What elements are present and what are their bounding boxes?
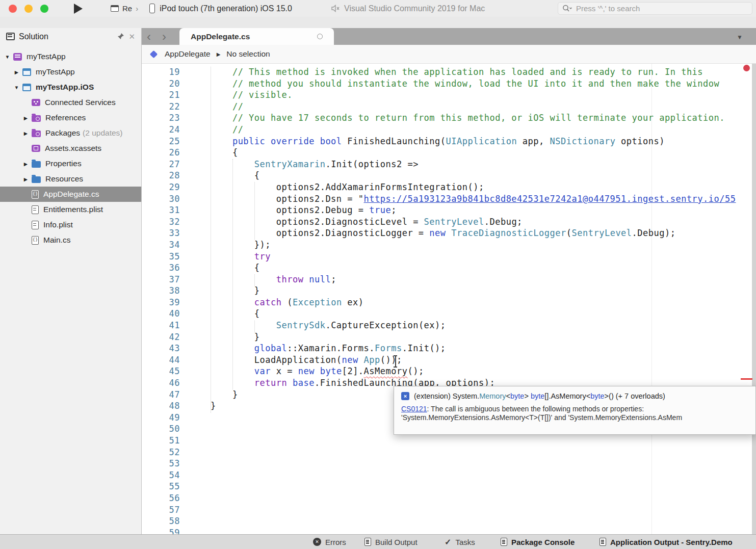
tree-item-resources[interactable]: ▶Resources <box>0 171 141 187</box>
code-line-59[interactable]: 59 <box>142 528 756 534</box>
statusbar-item-package-console[interactable]: Package Console <box>501 535 575 549</box>
code-line-58[interactable]: 58 <box>142 516 756 528</box>
line-number[interactable]: 49 <box>142 412 180 424</box>
code-line-40[interactable]: 40 { <box>142 308 756 320</box>
code-line-38[interactable]: 38 } <box>142 285 756 297</box>
line-number[interactable]: 45 <box>142 366 180 378</box>
line-number[interactable]: 44 <box>142 355 180 367</box>
line-number[interactable]: 37 <box>142 274 180 286</box>
pin-icon[interactable] <box>117 33 124 40</box>
code-line-52[interactable]: 52 <box>142 447 756 459</box>
line-number[interactable]: 47 <box>142 389 180 401</box>
statusbar-item-application-output-sentry-demo[interactable]: Application Output - Sentry.Demo <box>599 535 733 549</box>
line-number[interactable]: 39 <box>142 297 180 309</box>
code-line-26[interactable]: 26 { <box>142 147 756 159</box>
code-line-39[interactable]: 39 catch (Exception ex) <box>142 297 756 309</box>
tree-item-main-cs[interactable]: Main.cs <box>0 232 141 248</box>
line-number[interactable]: 21 <box>142 90 180 101</box>
code-line-54[interactable]: 54 <box>142 470 756 482</box>
line-number[interactable]: 55 <box>142 481 180 493</box>
navigate-forward-button[interactable]: › <box>162 30 166 44</box>
tree-item-mytestapp[interactable]: ▶myTestApp <box>0 64 141 80</box>
code-line-31[interactable]: 31 options2.Debug = true; <box>142 205 756 217</box>
tree-item-references[interactable]: ▶References <box>0 110 141 125</box>
zoom-window-button[interactable] <box>40 5 48 13</box>
run-configuration-selector[interactable]: Re › <box>111 4 138 13</box>
tab-modified-indicator[interactable] <box>317 34 323 39</box>
line-number[interactable]: 43 <box>142 343 180 355</box>
code-line-27[interactable]: 27 SentryXamarin.Init(options2 => <box>142 159 756 171</box>
close-panel-icon[interactable]: ✕ <box>128 32 135 41</box>
error-code-link[interactable]: CS0121 <box>401 405 427 413</box>
code-line-35[interactable]: 35 try <box>142 251 756 263</box>
code-line-53[interactable]: 53 <box>142 458 756 470</box>
line-number[interactable]: 28 <box>142 170 180 182</box>
navigate-back-button[interactable]: ‹ <box>147 30 151 44</box>
line-number[interactable]: 50 <box>142 424 180 435</box>
line-number[interactable]: 54 <box>142 470 180 482</box>
code-line-44[interactable]: 44 LoadApplication(new App()); <box>142 355 756 367</box>
tree-item-mytestapp-ios[interactable]: ▼myTestApp.iOS <box>0 80 141 95</box>
disclosure-right-icon[interactable]: ▶ <box>21 176 30 182</box>
line-number[interactable]: 32 <box>142 217 180 228</box>
code-line-43[interactable]: 43 global::Xamarin.Forms.Forms.Init(); <box>142 343 756 355</box>
minimize-window-button[interactable] <box>24 5 33 13</box>
code-line-41[interactable]: 41 SentrySdk.CaptureException(ex); <box>142 320 756 332</box>
tree-item-assets-xcassets[interactable]: Assets.xcassets <box>0 141 141 156</box>
code-line-24[interactable]: 24 // <box>142 124 756 136</box>
code-line-57[interactable]: 57 <box>142 505 756 516</box>
line-number[interactable]: 29 <box>142 182 180 194</box>
code-line-33[interactable]: 33 options2.DiagnosticLogger = new Trace… <box>142 228 756 240</box>
breadcrumb-class-name[interactable]: AppDelegate <box>165 49 211 59</box>
tree-item-properties[interactable]: ▶Properties <box>0 156 141 171</box>
line-number[interactable]: 57 <box>142 505 180 516</box>
line-number[interactable]: 51 <box>142 435 180 447</box>
disclosure-right-icon[interactable]: ▶ <box>21 161 30 167</box>
code-line-55[interactable]: 55 <box>142 481 756 493</box>
line-number[interactable]: 23 <box>142 113 180 124</box>
line-number[interactable]: 46 <box>142 378 180 389</box>
line-number[interactable]: 33 <box>142 228 180 240</box>
search-input[interactable]: Press '^,' to search <box>558 2 752 15</box>
line-number[interactable]: 41 <box>142 320 180 332</box>
code-line-56[interactable]: 56 <box>142 493 756 505</box>
line-number[interactable]: 19 <box>142 67 180 79</box>
statusbar-item-build-output[interactable]: Build Output <box>364 535 418 549</box>
line-number[interactable]: 24 <box>142 124 180 136</box>
code-editor[interactable]: 19 // This method is invoked when the ap… <box>142 64 756 534</box>
tree-item-packages[interactable]: ▶Packages(2 updates) <box>0 125 141 141</box>
code-line-25[interactable]: 25 public override bool FinishedLaunchin… <box>142 136 756 148</box>
code-line-51[interactable]: 51 <box>142 435 756 447</box>
tree-item-entitlements-plist[interactable]: Entitlements.plist <box>0 202 141 217</box>
code-line-20[interactable]: 20 // method you should instantiate the … <box>142 79 756 90</box>
code-line-45[interactable]: 45 var x = new byte[2].AsMemory(); <box>142 366 756 378</box>
code-line-22[interactable]: 22 // <box>142 101 756 113</box>
tree-item-appdelegate-cs[interactable]: AppDelegate.cs <box>0 187 141 202</box>
code-line-21[interactable]: 21 // visible. <box>142 90 756 101</box>
scrollbar-track[interactable] <box>752 64 756 534</box>
line-number[interactable]: 36 <box>142 263 180 274</box>
error-scroll-marker[interactable] <box>741 378 752 380</box>
code-line-30[interactable]: 30 options2.Dsn = "https://5a193123a9b84… <box>142 194 756 205</box>
code-line-34[interactable]: 34 }); <box>142 240 756 251</box>
tab-overflow-button[interactable]: ▼ <box>737 34 743 41</box>
disclosure-right-icon[interactable]: ▶ <box>21 130 30 136</box>
line-number[interactable]: 22 <box>142 101 180 113</box>
tab-appdelegate[interactable]: AppDelegate.cs <box>179 28 334 45</box>
disclosure-down-icon[interactable]: ▼ <box>3 54 12 60</box>
tree-item-info-plist[interactable]: Info.plist <box>0 217 141 232</box>
run-button[interactable] <box>74 4 83 14</box>
line-number[interactable]: 35 <box>142 251 180 263</box>
line-number[interactable]: 34 <box>142 240 180 251</box>
line-number[interactable]: 25 <box>142 136 180 148</box>
statusbar-item-tasks[interactable]: ✓Tasks <box>445 535 475 549</box>
code-line-19[interactable]: 19 // This method is invoked when the ap… <box>142 67 756 79</box>
code-line-28[interactable]: 28 { <box>142 170 756 182</box>
statusbar-item-errors[interactable]: ✕Errors <box>313 535 346 549</box>
line-number[interactable]: 59 <box>142 528 180 534</box>
line-number[interactable]: 20 <box>142 79 180 90</box>
line-number[interactable]: 58 <box>142 516 180 528</box>
disclosure-down-icon[interactable]: ▼ <box>12 85 21 90</box>
line-number[interactable]: 48 <box>142 401 180 412</box>
disclosure-right-icon[interactable]: ▶ <box>12 69 21 75</box>
